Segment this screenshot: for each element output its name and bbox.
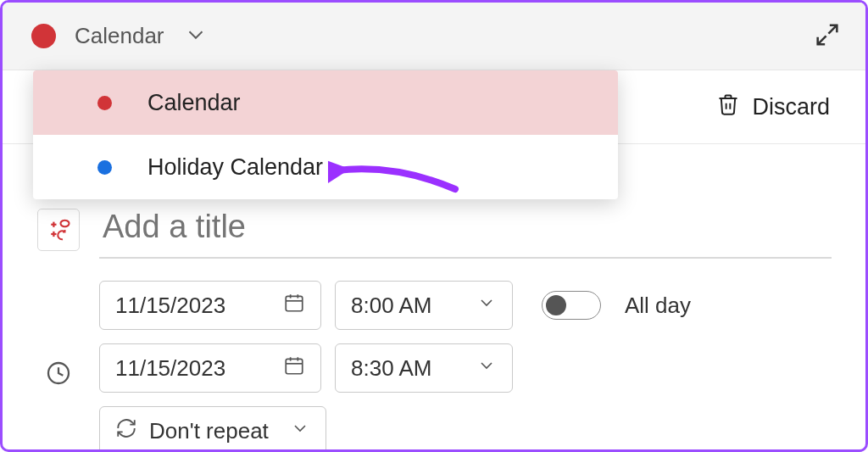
svg-line-1 xyxy=(818,36,826,44)
all-day-label: All day xyxy=(625,293,691,319)
header-bar: Calendar xyxy=(3,3,865,70)
date-time-section: 11/15/2023 8:00 AM All day xyxy=(36,281,832,452)
quick-options-button[interactable] xyxy=(37,209,80,251)
calendar-color-dot xyxy=(97,96,112,110)
calendar-color-dot xyxy=(31,24,56,48)
trash-icon xyxy=(716,92,740,122)
dropdown-item-holiday-calendar[interactable]: Holiday Calendar xyxy=(33,135,618,199)
start-time-field[interactable]: 8:00 AM xyxy=(335,281,513,330)
start-time-value: 8:00 AM xyxy=(351,293,431,319)
svg-rect-7 xyxy=(286,296,303,310)
calendar-selector[interactable]: Calendar xyxy=(31,22,209,51)
calendar-icon xyxy=(283,292,305,320)
event-form: 11/15/2023 8:00 AM All day xyxy=(3,200,865,452)
repeat-row: Don't repeat xyxy=(99,406,832,452)
end-date-field[interactable]: 11/15/2023 xyxy=(99,343,321,393)
expand-icon xyxy=(813,37,842,52)
svg-rect-11 xyxy=(286,359,303,373)
clock-icon xyxy=(45,360,72,390)
end-time-field[interactable]: 8:30 AM xyxy=(335,343,513,393)
toggle-knob xyxy=(546,295,566,315)
dropdown-item-label: Calendar xyxy=(147,90,241,116)
event-title-input[interactable] xyxy=(99,200,832,259)
discard-button[interactable]: Discard xyxy=(716,92,830,122)
title-row xyxy=(36,200,832,259)
chevron-down-icon xyxy=(290,418,310,444)
start-datetime-row: 11/15/2023 8:00 AM All day xyxy=(99,281,832,330)
chevron-down-icon xyxy=(476,293,497,319)
quick-options-icon xyxy=(46,217,71,243)
all-day-toggle[interactable] xyxy=(542,291,601,320)
repeat-value: Don't repeat xyxy=(149,418,278,444)
dropdown-item-label: Holiday Calendar xyxy=(147,154,323,181)
chevron-down-icon xyxy=(183,22,209,51)
dropdown-item-calendar[interactable]: Calendar xyxy=(33,70,618,135)
discard-label: Discard xyxy=(752,94,830,120)
repeat-icon xyxy=(115,417,137,445)
calendar-color-dot xyxy=(97,160,112,175)
calendar-name: Calendar xyxy=(75,23,164,49)
start-date-value: 11/15/2023 xyxy=(115,293,225,319)
calendar-icon xyxy=(283,354,305,382)
repeat-field[interactable]: Don't repeat xyxy=(99,406,326,452)
svg-line-0 xyxy=(828,25,837,33)
start-date-field[interactable]: 11/15/2023 xyxy=(99,281,321,330)
calendar-dropdown: Calendar Holiday Calendar xyxy=(33,70,618,199)
chevron-down-icon xyxy=(476,355,497,382)
expand-button[interactable] xyxy=(813,20,842,53)
end-time-value: 8:30 AM xyxy=(351,355,431,382)
end-datetime-row: 11/15/2023 8:30 AM xyxy=(99,343,832,393)
event-editor-window: Calendar Discard Calendar Holiday Calen xyxy=(0,0,868,452)
end-date-value: 11/15/2023 xyxy=(115,355,225,382)
